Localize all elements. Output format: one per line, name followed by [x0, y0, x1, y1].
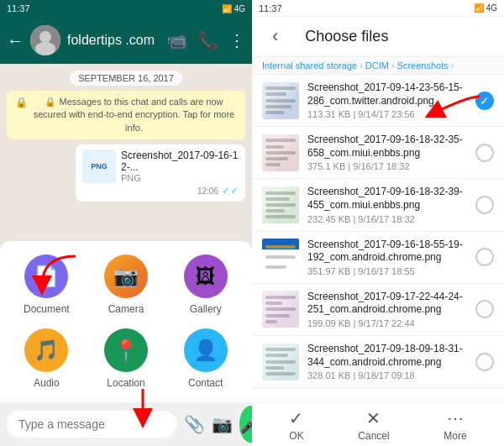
- file-radio-4[interactable]: [475, 248, 494, 266]
- file-type: PNG: [121, 173, 239, 183]
- cancel-button[interactable]: ✕ Cancel: [358, 408, 389, 442]
- file-info-3: Screenshot_2017-09-16-18-32-39-455_com.m…: [307, 186, 467, 223]
- file-meta-5: 199.09 KB | 9/17/17 22:44: [307, 318, 467, 328]
- document-icon: 📄: [24, 254, 68, 298]
- file-info-6: Screenshot_2017-09-18-09-18-31-344_com.a…: [307, 343, 467, 380]
- attach-camera[interactable]: 📷 Camera: [93, 254, 160, 315]
- file-name: Screenshot_2017-09-16-12-...: [121, 150, 239, 173]
- status-icons-right: 📶 4G: [474, 3, 497, 13]
- file-info-4: Screenshot_2017-09-16-18-55-19-192_com.a…: [307, 239, 467, 276]
- location-label: Location: [107, 377, 144, 389]
- more-button[interactable]: ⋯ More: [444, 408, 466, 442]
- gallery-icon: 🖼: [184, 254, 228, 298]
- message-time: 12:06: [197, 186, 218, 196]
- breadcrumb-dcim[interactable]: DCIM: [365, 60, 389, 71]
- status-time-left: 11:37: [7, 3, 30, 13]
- system-message-text: 🔒 Messages to this chat and calls are no…: [31, 96, 237, 134]
- file-thumb-5: [262, 291, 299, 328]
- file-name-6: Screenshot_2017-09-18-09-18-31-344_com.a…: [307, 343, 467, 369]
- file-item-4[interactable]: Screenshot_2017-09-16-18-55-19-192_com.a…: [252, 232, 504, 284]
- file-meta-6: 328.01 KB | 9/18/17 09:18: [307, 370, 467, 380]
- file-meta-3: 232.45 KB | 9/16/17 18:32: [307, 214, 467, 224]
- file-list: Screenshot_2017-09-14-23-56-15-286_com.t…: [252, 75, 504, 402]
- attach-document[interactable]: 📄 Document: [13, 254, 80, 315]
- system-message[interactable]: 🔒 🔒 Messages to this chat and calls are …: [7, 91, 245, 139]
- message-bubble: PNG Screenshot_2017-09-16-12-... PNG 12:…: [76, 144, 245, 202]
- camera-icon: 📷: [104, 254, 148, 298]
- file-item-3[interactable]: Screenshot_2017-09-16-18-32-39-455_com.m…: [252, 179, 504, 231]
- attach-contact[interactable]: 👤 Contact: [172, 328, 239, 389]
- more-icon: ⋯: [447, 408, 464, 428]
- more-label: More: [444, 430, 466, 442]
- file-name-1: Screenshot_2017-09-14-23-56-15-286_com.t…: [307, 81, 467, 108]
- status-time-right: 11:37: [259, 3, 282, 13]
- header-action-icons: 📹 📞 ⋮: [166, 30, 245, 50]
- contact-name: foldertips .com: [67, 33, 160, 48]
- ok-icon: ✓: [289, 408, 303, 428]
- file-actions-bar: ✓ OK ✕ Cancel ⋯ More: [252, 402, 504, 446]
- audio-icon: 🎵: [24, 328, 68, 372]
- contact-avatar: [30, 25, 60, 55]
- camera-snap-icon[interactable]: 📷: [212, 411, 233, 438]
- file-radio-3[interactable]: [475, 196, 494, 214]
- file-thumb-4: [262, 239, 299, 275]
- back-button[interactable]: ←: [7, 31, 24, 50]
- breadcrumb-storage[interactable]: Internal shared storage: [262, 60, 357, 71]
- file-chooser-header: ‹ Choose files: [252, 17, 504, 57]
- file-item-5[interactable]: Screenshot_2017-09-17-22-44-24-251_com.a…: [252, 284, 504, 336]
- file-item-2[interactable]: Screenshot_2017-09-16-18-32-35-658_com.m…: [252, 127, 504, 179]
- cancel-label: Cancel: [358, 430, 389, 442]
- ok-label: OK: [289, 430, 303, 442]
- audio-label: Audio: [34, 377, 60, 389]
- file-thumb-1: [262, 82, 299, 119]
- video-call-icon[interactable]: 📹: [166, 30, 187, 50]
- attach-audio[interactable]: 🎵 Audio: [13, 328, 80, 389]
- breadcrumb-screenshots[interactable]: Screenshots: [397, 60, 449, 71]
- attach-icon[interactable]: 📎: [184, 411, 205, 438]
- file-name-3: Screenshot_2017-09-16-18-32-39-455_com.m…: [307, 186, 467, 212]
- file-item-1[interactable]: Screenshot_2017-09-14-23-56-15-286_com.t…: [252, 75, 504, 127]
- file-meta-1: 113.31 KB | 9/14/17 23:56: [307, 109, 467, 119]
- status-icons-left: 📶 4G: [222, 4, 245, 13]
- file-radio-6[interactable]: [475, 353, 494, 371]
- location-icon: 📍: [104, 328, 148, 372]
- contact-icon: 👤: [184, 328, 228, 372]
- file-radio-1[interactable]: ✓: [475, 92, 494, 110]
- read-tick: ✓✓: [222, 185, 239, 197]
- gallery-label: Gallery: [190, 303, 222, 315]
- cancel-icon: ✕: [366, 408, 381, 428]
- file-info-2: Screenshot_2017-09-16-18-32-35-658_com.m…: [307, 134, 467, 171]
- file-name-4: Screenshot_2017-09-16-18-55-19-192_com.a…: [307, 239, 467, 265]
- voice-call-icon[interactable]: 📞: [197, 30, 218, 50]
- chooser-title: Choose files: [295, 17, 398, 57]
- contact-label: Contact: [188, 377, 223, 389]
- file-thumb-2: [262, 134, 299, 171]
- svg-point-1: [39, 31, 51, 43]
- file-name-2: Screenshot_2017-09-16-18-32-35-658_com.m…: [307, 134, 467, 160]
- message-input[interactable]: [7, 411, 177, 438]
- file-radio-2[interactable]: [475, 144, 494, 162]
- svg-point-2: [35, 42, 55, 55]
- file-meta-2: 375.1 KB | 9/16/17 18:32: [307, 161, 467, 171]
- attachment-menu: 📄 Document 📷 Camera 🖼 Gallery 🎵 Audio 📍 …: [0, 241, 252, 402]
- file-info-5: Screenshot_2017-09-17-22-44-24-251_com.a…: [307, 291, 467, 328]
- attach-location[interactable]: 📍 Location: [93, 328, 160, 389]
- file-item-6[interactable]: Screenshot_2017-09-18-09-18-31-344_com.a…: [252, 336, 504, 388]
- file-radio-5[interactable]: [475, 300, 494, 318]
- ok-button[interactable]: ✓ OK: [289, 408, 303, 442]
- attach-gallery[interactable]: 🖼 Gallery: [172, 254, 239, 315]
- chooser-back-button[interactable]: ‹: [262, 17, 288, 57]
- file-meta-4: 351.97 KB | 9/16/17 18:55: [307, 266, 467, 276]
- document-label: Document: [24, 303, 70, 315]
- status-bar-right: 11:37 📶 4G: [252, 0, 504, 17]
- date-badge: SEPTEMBER 16, 2017: [70, 71, 182, 86]
- file-chooser-panel: 11:37 📶 4G ‹ Choose files Internal share…: [252, 0, 504, 446]
- file-thumb-6: [262, 344, 299, 380]
- input-bar: 📎 📷 🎤: [0, 402, 252, 446]
- file-name-5: Screenshot_2017-09-17-22-44-24-251_com.a…: [307, 291, 467, 317]
- file-info-1: Screenshot_2017-09-14-23-56-15-286_com.t…: [307, 81, 467, 119]
- file-thumbnail: PNG: [82, 150, 116, 183]
- camera-label: Camera: [108, 303, 144, 315]
- more-options-icon[interactable]: ⋮: [228, 30, 245, 50]
- file-thumb-3: [262, 186, 299, 223]
